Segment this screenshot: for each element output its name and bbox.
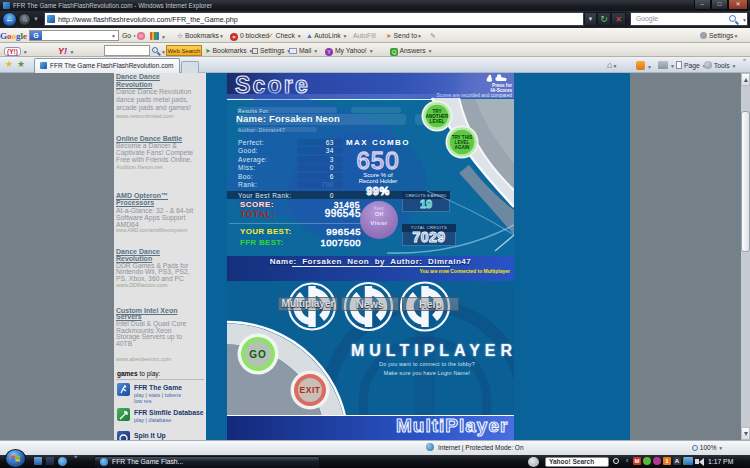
svg-text:AGAIN: AGAIN (455, 145, 470, 150)
svg-text:LEVEL: LEVEL (430, 119, 445, 124)
svg-text:EXIT: EXIT (300, 385, 321, 395)
svg-text:GO: GO (249, 349, 267, 360)
